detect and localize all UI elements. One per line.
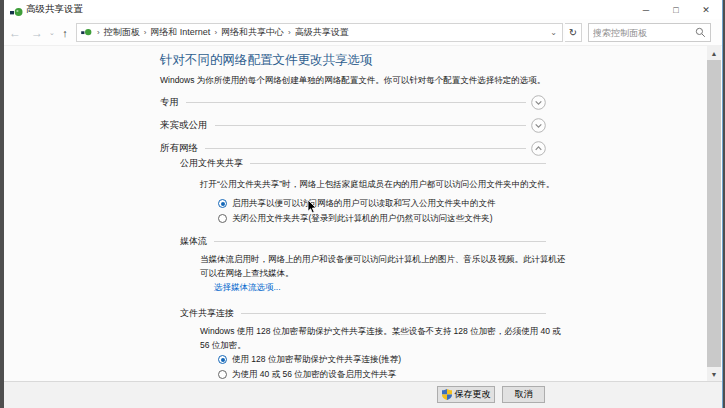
media-streaming-description-line1: 当媒体流启用时，网络上的用户和设备便可以访问此计算机上的图片、音乐以及视频。此计…	[200, 253, 566, 267]
chevron-up-icon[interactable]	[531, 141, 546, 156]
section-media-streaming: 媒体流	[180, 234, 546, 248]
breadcrumb-separator: ›	[210, 28, 221, 37]
radio-selected-icon[interactable]	[218, 355, 227, 364]
profile-private-header[interactable]: 专用	[160, 94, 546, 110]
profile-guest-public-header[interactable]: 来宾或公用	[160, 117, 546, 133]
address-network-sharing-icon	[81, 28, 92, 37]
radio-public-folder-on-label[interactable]: 启用共享以便可以访问网络的用户可以读取和写入公用文件夹中的文件	[232, 198, 496, 210]
fsc-description-line2: 56 位加密。	[200, 339, 561, 353]
search-box	[588, 23, 711, 42]
vertical-scrollbar[interactable]: ▲ ▼	[707, 46, 721, 381]
divider-line	[214, 241, 546, 242]
title-bar: 高级共享设置 ─ □ ✕	[4, 0, 722, 19]
address-bar[interactable]: › 控制面板 › 网络和 Internet › 网络和共享中心 › 高级共享设置…	[76, 23, 563, 42]
breadcrumb-separator: ›	[284, 28, 295, 37]
toolbar: ← → ⌄ ↑ › 控制面板 › 网络和 Internet › 网络和共享中心 …	[4, 19, 722, 46]
scrollbar-down-icon[interactable]: ▼	[707, 367, 721, 381]
file-sharing-connections-description: Windows 使用 128 位加密帮助保护文件共享连接。某些设备不支持 128…	[200, 325, 561, 352]
search-icon[interactable]	[695, 27, 706, 38]
divider-line	[241, 313, 546, 314]
scrollbar-thumb[interactable]	[707, 60, 721, 367]
cancel-button[interactable]: 取消	[502, 386, 545, 403]
media-streaming-description: 当媒体流启用时，网络上的用户和设备便可以访问此计算机上的图片、音乐以及视频。此计…	[200, 253, 566, 280]
public-folder-sharing-title: 公用文件夹共享	[180, 157, 250, 170]
save-changes-button[interactable]: 保存更改	[437, 386, 495, 403]
footer-bar: 保存更改 取消	[4, 381, 722, 408]
maximize-button[interactable]: □	[661, 0, 691, 19]
divider-line	[205, 148, 526, 149]
radio-encryption-40-56[interactable]: 为使用 40 或 56 位加密的设备启用文件共享	[218, 368, 396, 381]
breadcrumb-network-sharing-center[interactable]: 网络和共享中心	[221, 26, 284, 39]
media-streaming-description-line2: 可以在网络上查找媒体。	[200, 267, 566, 281]
choose-media-streaming-options-link[interactable]: 选择媒体流选项...	[214, 282, 281, 294]
divider-line	[250, 163, 546, 164]
close-button[interactable]: ✕	[691, 0, 721, 19]
radio-encryption-128[interactable]: 使用 128 位加密帮助保护文件共享连接(推荐)	[218, 353, 401, 366]
profile-private-label: 专用	[160, 96, 186, 109]
radio-selected-icon[interactable]	[218, 199, 227, 208]
radio-encryption-128-label[interactable]: 使用 128 位加密帮助保护文件共享连接(推荐)	[232, 354, 401, 366]
breadcrumb-separator: ›	[140, 28, 151, 37]
back-button[interactable]: ←	[4, 22, 26, 43]
radio-public-folder-off-label[interactable]: 关闭公用文件夹共享(登录到此计算机的用户仍然可以访问这些文件夹)	[232, 213, 493, 225]
fsc-description-line1: Windows 使用 128 位加密帮助保护文件共享连接。某些设备不支持 128…	[200, 325, 561, 339]
window-title: 高级共享设置	[26, 3, 83, 16]
search-input[interactable]	[593, 28, 695, 38]
breadcrumb: › 控制面板 › 网络和 Internet › 网络和共享中心 › 高级共享设置	[93, 26, 547, 39]
radio-public-folder-on[interactable]: 启用共享以便可以访问网络的用户可以读取和写入公用文件夹中的文件	[218, 197, 496, 210]
section-file-sharing-connections: 文件共享连接	[180, 306, 546, 320]
divider-line	[186, 102, 526, 103]
divider-line	[215, 125, 527, 126]
breadcrumb-network-and-internet[interactable]: 网络和 Internet	[150, 26, 210, 39]
section-public-folder-sharing: 公用文件夹共享	[180, 156, 546, 170]
profile-all-networks-label: 所有网络	[160, 142, 205, 155]
advanced-sharing-settings-window: 高级共享设置 ─ □ ✕ ← → ⌄ ↑ › 控制面板 › 网络和 Intern…	[4, 0, 723, 408]
public-folder-sharing-description: 打开“公用文件夹共享”时，网络上包括家庭组成员在内的用户都可以访问公用文件夹中的…	[200, 178, 554, 192]
page-title: 针对不同的网络配置文件更改共享选项	[160, 52, 373, 69]
save-changes-label: 保存更改	[455, 388, 491, 401]
refresh-button[interactable]: ↻	[565, 23, 582, 42]
radio-unselected-icon[interactable]	[218, 214, 227, 223]
breadcrumb-separator: ›	[93, 28, 104, 37]
profile-all-networks-header[interactable]: 所有网络	[160, 140, 546, 156]
page-intro-text: Windows 为你所使用的每个网络创建单独的网络配置文件。你可以针对每个配置文…	[160, 75, 545, 87]
chevron-down-icon[interactable]	[531, 95, 546, 110]
breadcrumb-advanced-sharing[interactable]: 高级共享设置	[295, 26, 349, 39]
profile-guest-public-label: 来宾或公用	[160, 119, 215, 132]
minimize-button[interactable]: ─	[631, 0, 661, 19]
address-dropdown-icon[interactable]: ⌄	[547, 28, 560, 37]
window-controls: ─ □ ✕	[631, 0, 721, 19]
file-sharing-connections-title: 文件共享连接	[180, 307, 241, 320]
settings-content: 针对不同的网络配置文件更改共享选项 Windows 为你所使用的每个网络创建单独…	[4, 46, 722, 381]
radio-unselected-icon[interactable]	[218, 370, 227, 379]
cancel-label: 取消	[515, 388, 533, 401]
media-streaming-title: 媒体流	[180, 235, 214, 248]
chevron-down-icon[interactable]	[531, 118, 546, 133]
forward-button[interactable]: →	[26, 22, 48, 43]
scrollbar-up-icon[interactable]: ▲	[707, 46, 721, 60]
uac-shield-icon	[442, 389, 452, 400]
radio-public-folder-off[interactable]: 关闭公用文件夹共享(登录到此计算机的用户仍然可以访问这些文件夹)	[218, 212, 493, 225]
radio-encryption-40-56-label[interactable]: 为使用 40 或 56 位加密的设备启用文件共享	[232, 369, 396, 381]
up-button[interactable]: ↑	[56, 22, 74, 43]
breadcrumb-control-panel[interactable]: 控制面板	[104, 26, 140, 39]
